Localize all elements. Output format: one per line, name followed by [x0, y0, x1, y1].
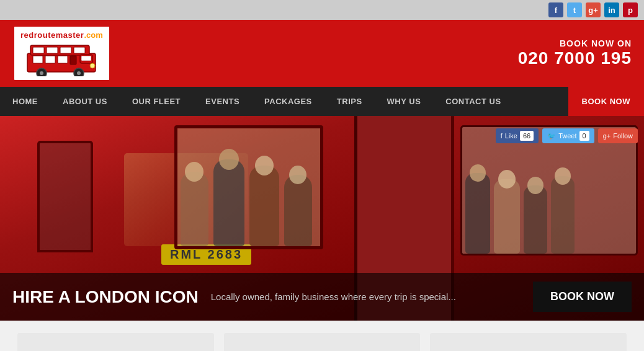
nav-about-us[interactable]: ABOUT US — [50, 87, 120, 116]
like-label: Like — [505, 132, 517, 140]
nav-events[interactable]: EVENTS — [193, 87, 252, 116]
hero-bottom-bar: HIRE A LONDON ICON Locally owned, family… — [0, 273, 644, 321]
nav-our-fleet[interactable]: OUR FLEET — [120, 87, 193, 116]
facebook-icon[interactable]: f — [548, 2, 563, 17]
google-plus-follow-button[interactable]: g+ Follow — [598, 128, 638, 143]
book-now-label: BOOK NOW ON — [518, 38, 632, 48]
svg-rect-4 — [60, 47, 71, 53]
svg-rect-9 — [70, 56, 76, 64]
twitter-icon[interactable]: t — [567, 2, 582, 17]
hero-headline: HIRE A LONDON ICON — [12, 287, 199, 307]
svg-rect-7 — [45, 56, 55, 63]
logo-text: redroutemaster — [20, 30, 84, 40]
social-proof-buttons: f Like 66 🐦 Tweet 0 g+ Follow — [496, 128, 638, 143]
hero-subline: Locally owned, family business where eve… — [211, 291, 521, 302]
nav-book-now[interactable]: BOOK NOW — [568, 87, 644, 116]
google-plus-icon[interactable]: g+ — [586, 2, 601, 17]
twitter-tweet-button[interactable]: 🐦 Tweet 0 — [542, 128, 594, 143]
svg-rect-8 — [58, 56, 68, 63]
logo[interactable]: redroutemaster.com — [12, 25, 111, 82]
cards-row: OUR FLEET OUR PACKAGES OUR EVENTS — [0, 321, 644, 351]
booking-info: BOOK NOW ON 020 7000 195 — [518, 38, 632, 68]
svg-point-15 — [77, 71, 81, 75]
events-card[interactable]: OUR EVENTS — [430, 333, 627, 351]
right-window — [460, 125, 638, 255]
nav-packages[interactable]: PACKAGES — [252, 87, 324, 116]
fleet-card[interactable]: OUR FLEET — [17, 333, 214, 351]
hero-section: RML 2683 — [0, 116, 644, 321]
svg-point-16 — [90, 63, 95, 68]
facebook-icon: f — [501, 132, 503, 140]
pinterest-icon[interactable]: p — [623, 2, 638, 17]
logo-com: .com — [84, 30, 102, 40]
nav-why-us[interactable]: WHY US — [375, 87, 434, 116]
header: redroutemaster.com — [0, 20, 644, 87]
linkedin-icon[interactable]: in — [604, 2, 619, 17]
phone-number[interactable]: 020 7000 195 — [518, 48, 632, 68]
gplus-icon: g+ — [603, 132, 611, 140]
nav-home[interactable]: HOME — [0, 87, 50, 116]
svg-rect-6 — [33, 56, 43, 63]
hero-book-now-button[interactable]: BOOK NOW — [533, 282, 632, 312]
nav-contact-us[interactable]: CONTACT US — [433, 87, 513, 116]
nav-trips[interactable]: TRIPS — [324, 87, 375, 116]
like-count: 66 — [520, 131, 534, 141]
follow-label: Follow — [613, 132, 633, 140]
svg-rect-2 — [33, 47, 44, 53]
svg-rect-5 — [74, 47, 85, 53]
navigation: HOME ABOUT US OUR FLEET EVENTS PACKAGES … — [0, 87, 644, 116]
logo-box: redroutemaster.com — [12, 25, 111, 82]
packages-card[interactable]: OUR PACKAGES — [224, 333, 421, 351]
svg-rect-11 — [81, 56, 91, 61]
svg-rect-3 — [47, 47, 58, 53]
social-bar: f t g+ in p — [0, 0, 644, 20]
facebook-like-button[interactable]: f Like 66 — [496, 128, 539, 143]
twitter-icon: 🐦 — [547, 132, 556, 140]
tweet-label: Tweet — [558, 132, 576, 140]
svg-point-13 — [40, 71, 43, 75]
tweet-count: 0 — [579, 131, 589, 141]
bus-logo-icon — [24, 42, 99, 76]
